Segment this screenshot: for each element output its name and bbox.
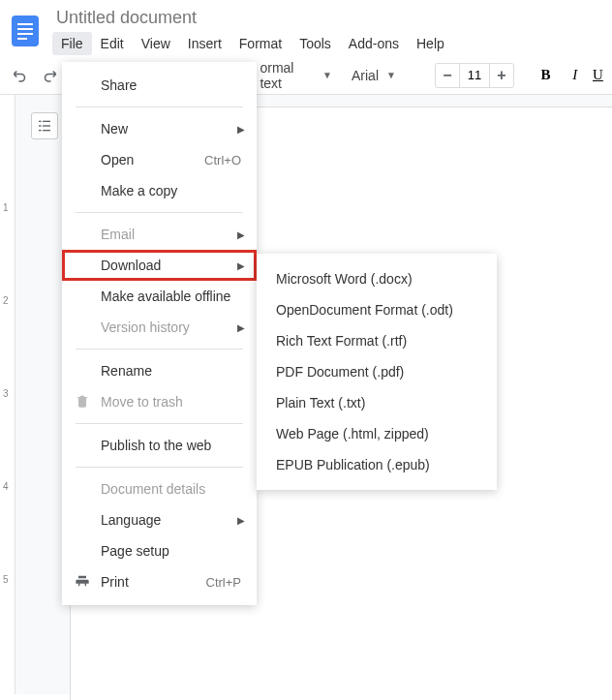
font-family-label: Arial <box>352 68 379 83</box>
menu-item-print[interactable]: Print Ctrl+P <box>62 566 257 597</box>
menu-item-label: Make a copy <box>101 183 241 198</box>
menu-item-publish[interactable]: Publish to the web <box>62 430 257 461</box>
vertical-ruler[interactable]: 1 2 3 4 5 <box>0 95 15 694</box>
submenu-item-rtf[interactable]: Rich Text Format (.rtf) <box>257 325 497 356</box>
menu-divider <box>76 467 243 468</box>
menu-item-share[interactable]: Share <box>62 70 257 101</box>
caret-down-icon: ▼ <box>386 70 396 80</box>
submenu-item-pdf[interactable]: PDF Document (.pdf) <box>257 356 497 387</box>
menu-divider <box>76 212 243 213</box>
menu-item-label: Language <box>101 512 241 528</box>
submenu-arrow-icon: ▶ <box>237 260 245 271</box>
menu-help[interactable]: Help <box>408 32 453 55</box>
menu-file[interactable]: File <box>52 32 92 55</box>
ruler-mark: 1 <box>3 202 9 213</box>
submenu-arrow-icon: ▶ <box>237 515 245 526</box>
menu-item-label: Email <box>101 227 241 242</box>
menu-format[interactable]: Format <box>230 32 291 55</box>
svg-rect-8 <box>43 125 50 126</box>
document-outline-button[interactable] <box>31 112 58 139</box>
undo-button[interactable] <box>8 62 33 89</box>
ruler-mark: 5 <box>3 574 9 585</box>
menu-item-make-copy[interactable]: Make a copy <box>62 175 257 206</box>
menu-item-rename[interactable]: Rename <box>62 355 257 386</box>
menu-item-email[interactable]: Email ▶ <box>62 219 257 250</box>
menu-edit[interactable]: Edit <box>92 32 133 55</box>
print-icon <box>74 573 91 592</box>
menu-item-page-setup[interactable]: Page setup <box>62 535 257 566</box>
menu-item-label: Publish to the web <box>101 438 241 453</box>
font-size-value[interactable]: 11 <box>459 64 490 87</box>
underline-button[interactable]: U <box>592 67 604 83</box>
menu-tools[interactable]: Tools <box>291 32 340 55</box>
menu-item-label: Document details <box>101 481 241 497</box>
svg-rect-6 <box>43 121 50 122</box>
menu-item-download[interactable]: Download ▶ <box>62 250 257 281</box>
ruler-mark: 2 <box>3 295 9 306</box>
submenu-item-odt[interactable]: OpenDocument Format (.odt) <box>257 294 497 325</box>
menu-item-shortcut: Ctrl+P <box>206 575 241 590</box>
menu-view[interactable]: View <box>133 32 179 55</box>
menu-divider <box>76 349 243 350</box>
menu-item-label: Open <box>101 152 204 167</box>
font-size-increase-button[interactable]: + <box>490 64 513 87</box>
menu-bar: File Edit View Insert Format Tools Add-o… <box>52 32 612 55</box>
menu-item-label: Page setup <box>101 543 241 559</box>
menu-item-offline[interactable]: Make available offline <box>62 281 257 312</box>
ruler-mark: 4 <box>3 481 9 492</box>
submenu-arrow-icon: ▶ <box>237 124 245 135</box>
trash-icon <box>74 393 91 411</box>
menu-item-label: Share <box>101 77 241 93</box>
svg-rect-5 <box>39 121 42 122</box>
caret-down-icon: ▼ <box>322 70 332 80</box>
file-dropdown-menu: Share New ▶ Open Ctrl+O Make a copy Emai… <box>62 62 257 605</box>
svg-rect-0 <box>12 15 39 46</box>
menu-item-label: Make available offline <box>101 289 241 304</box>
menu-item-shortcut: Ctrl+O <box>204 153 241 167</box>
menu-item-label: Move to trash <box>101 394 241 410</box>
submenu-arrow-icon: ▶ <box>237 322 245 333</box>
document-title[interactable]: Untitled document <box>52 6 612 32</box>
menu-divider <box>76 107 243 107</box>
menu-item-label: New <box>101 121 241 137</box>
menu-item-label: Version history <box>101 320 241 335</box>
submenu-arrow-icon: ▶ <box>237 229 245 240</box>
ruler-mark: 3 <box>3 388 9 399</box>
submenu-item-txt[interactable]: Plain Text (.txt) <box>257 387 497 418</box>
menu-insert[interactable]: Insert <box>179 32 230 55</box>
docs-logo-icon[interactable] <box>6 6 45 56</box>
bold-button[interactable]: B <box>533 67 558 83</box>
svg-rect-2 <box>17 28 33 30</box>
menu-divider <box>76 423 243 424</box>
svg-rect-7 <box>39 125 42 126</box>
svg-rect-9 <box>39 130 42 131</box>
menu-item-new[interactable]: New ▶ <box>62 113 257 144</box>
font-family-dropdown[interactable]: Arial ▼ <box>344 64 431 87</box>
menu-item-language[interactable]: Language ▶ <box>62 504 257 535</box>
menu-item-label: Print <box>101 574 206 590</box>
paragraph-style-label: ormal text <box>260 60 315 91</box>
app-header: Untitled document File Edit View Insert … <box>0 0 612 56</box>
menu-item-open[interactable]: Open Ctrl+O <box>62 144 257 175</box>
italic-button[interactable]: I <box>563 67 588 83</box>
submenu-item-docx[interactable]: Microsoft Word (.docx) <box>257 263 497 294</box>
header-content: Untitled document File Edit View Insert … <box>45 6 612 55</box>
svg-rect-1 <box>17 23 33 25</box>
menu-item-label: Download <box>101 258 241 273</box>
menu-item-label: Rename <box>101 363 241 379</box>
svg-rect-4 <box>17 38 27 40</box>
menu-item-details[interactable]: Document details <box>62 473 257 504</box>
menu-addons[interactable]: Add-ons <box>340 32 408 55</box>
menu-item-trash[interactable]: Move to trash <box>62 386 257 417</box>
font-size-decrease-button[interactable]: − <box>436 64 459 87</box>
svg-rect-3 <box>17 33 33 35</box>
menu-item-version-history[interactable]: Version history ▶ <box>62 312 257 343</box>
submenu-item-html[interactable]: Web Page (.html, zipped) <box>257 418 497 449</box>
redo-button[interactable] <box>37 62 62 89</box>
paragraph-style-dropdown[interactable]: ormal text ▼ <box>252 56 340 95</box>
download-submenu: Microsoft Word (.docx) OpenDocument Form… <box>257 254 497 490</box>
font-size-controls: − 11 + <box>435 63 514 88</box>
submenu-item-epub[interactable]: EPUB Publication (.epub) <box>257 449 497 480</box>
svg-rect-10 <box>43 130 50 131</box>
